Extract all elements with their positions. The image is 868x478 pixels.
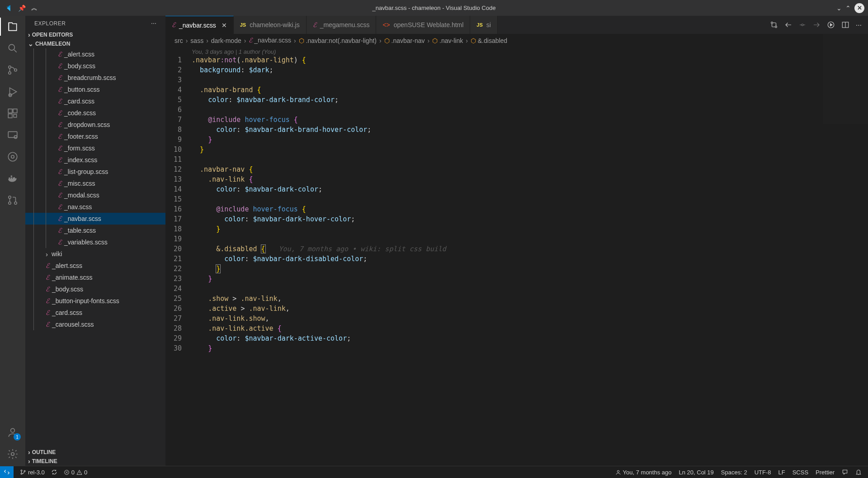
more-actions-icon[interactable]: ⋯	[856, 22, 862, 28]
file-item[interactable]: ℰ_footer.scss	[25, 131, 165, 142]
breadcrumb-item[interactable]: ⬡ .navbar-nav	[384, 37, 425, 44]
status-sync[interactable]	[51, 469, 57, 475]
file-item[interactable]: ℰ_code.scss	[25, 107, 165, 119]
file-item[interactable]: ℰ_dropdown.scss	[25, 119, 165, 131]
status-formatter[interactable]: Prettier	[816, 469, 835, 476]
scss-file-icon: ℰ	[58, 192, 61, 199]
status-indentation[interactable]: Spaces: 2	[721, 469, 747, 476]
folder-item[interactable]: ›wiki	[25, 248, 165, 260]
file-item[interactable]: ℰ_card.scss	[25, 307, 165, 319]
minimap[interactable]	[823, 34, 868, 124]
breadcrumb-item[interactable]: dark-mode	[211, 37, 241, 44]
commit-graph-icon[interactable]	[799, 21, 806, 28]
file-item[interactable]: ℰ_card.scss	[25, 95, 165, 107]
svg-point-27	[21, 470, 22, 471]
activity-docker[interactable]	[6, 172, 19, 185]
status-eol[interactable]: LF	[778, 469, 785, 476]
editor-tab[interactable]: JSchameleon-wiki.js	[234, 16, 307, 34]
close-button[interactable]: ✕	[854, 3, 864, 13]
section-open-editors[interactable]: › OPEN EDITORS	[25, 30, 165, 39]
file-item[interactable]: ℰ_carousel.scss	[25, 319, 165, 330]
file-item[interactable]: ℰ_button-input-fonts.scss	[25, 295, 165, 307]
file-tree: ℰ_alert.scssℰ_body.scssℰ_breadcrumb.scss…	[25, 48, 165, 448]
breadcrumb-item[interactable]: src	[175, 37, 183, 44]
codelens-annotation[interactable]: You, 3 days ago | 1 author (You)	[165, 48, 868, 55]
activity-search[interactable]	[6, 42, 19, 55]
file-name: _table.scss	[64, 227, 96, 234]
split-editor-icon[interactable]	[841, 21, 849, 29]
chevron-down-icon[interactable]: ⌄	[836, 5, 842, 12]
editor-tab[interactable]: ℰ_megamenu.scss	[307, 16, 377, 34]
next-change-icon[interactable]	[812, 21, 821, 29]
activity-explorer[interactable]	[6, 20, 19, 33]
status-cursor-position[interactable]: Ln 20, Col 19	[679, 469, 714, 476]
file-name: _body.scss	[64, 62, 95, 70]
editor-tab[interactable]: <>openSUSE Weblate.html	[376, 16, 470, 34]
section-project[interactable]: ⌄ CHAMELEON	[25, 39, 165, 48]
status-notifications-icon[interactable]	[855, 469, 862, 475]
chevron-up-double-icon[interactable]: ︽	[31, 4, 38, 12]
status-blame[interactable]: You, 7 months ago	[615, 469, 672, 476]
activity-remote[interactable]	[6, 129, 19, 141]
file-name: _form.scss	[64, 145, 95, 152]
breadcrumb-item[interactable]: ⬡ .nav-link	[432, 37, 463, 44]
chevron-up-icon[interactable]: ⌃	[845, 5, 851, 12]
chevron-right-icon: ›	[28, 449, 30, 456]
status-problems[interactable]: 0 0	[64, 469, 87, 476]
code-lines[interactable]: .navbar:not(.navbar-light) { background:…	[190, 55, 868, 466]
file-item[interactable]: ℰ_index.scss	[25, 154, 165, 166]
more-icon[interactable]: ⋯	[151, 20, 157, 27]
file-item[interactable]: ℰ_variables.scss	[25, 236, 165, 248]
breadcrumb-separator-icon: ›	[379, 37, 382, 44]
file-item[interactable]: ℰ_misc.scss	[25, 178, 165, 189]
file-item[interactable]: ℰ_animate.scss	[25, 272, 165, 283]
file-item[interactable]: ℰ_navbar.scss	[25, 213, 165, 225]
scss-file-icon: ℰ	[46, 297, 49, 305]
file-item[interactable]: ℰ_modal.scss	[25, 189, 165, 201]
prev-change-icon[interactable]	[784, 21, 793, 29]
file-item[interactable]: ℰ_button.scss	[25, 84, 165, 95]
breadcrumb-item[interactable]: ℰ _navbar.scss	[249, 37, 291, 44]
activity-github-pr[interactable]	[6, 194, 19, 206]
status-feedback-icon[interactable]	[842, 469, 848, 475]
section-outline[interactable]: › OUTLINE	[25, 448, 165, 457]
section-timeline[interactable]: › TIMELINE	[25, 457, 165, 466]
status-branch[interactable]: rel-3.0	[20, 469, 45, 476]
status-language[interactable]: SCSS	[793, 469, 808, 476]
file-item[interactable]: ℰ_list-group.scss	[25, 166, 165, 178]
file-item[interactable]: ℰ_breadcrumb.scss	[25, 72, 165, 84]
activity-accounts[interactable]: 1	[6, 426, 19, 439]
breadcrumb-item[interactable]: sass	[190, 37, 203, 44]
accounts-badge: 1	[14, 433, 21, 441]
status-encoding[interactable]: UTF-8	[755, 469, 771, 476]
file-item[interactable]: ℰ_nav.scss	[25, 201, 165, 213]
file-item[interactable]: ℰ_alert.scss	[25, 48, 165, 60]
file-name: _carousel.scss	[52, 321, 94, 328]
file-item[interactable]: ℰ_body.scss	[25, 283, 165, 295]
close-tab-icon[interactable]: ✕	[222, 22, 227, 29]
breadcrumbs[interactable]: src›sass›dark-mode›ℰ _navbar.scss›⬡ .nav…	[165, 34, 868, 47]
pin-icon[interactable]: 📌	[18, 5, 26, 12]
activity-extensions[interactable]	[6, 107, 19, 120]
activity-gitlens[interactable]	[6, 150, 19, 163]
gutter: 1234567891011121314151617181920212223242…	[165, 55, 190, 466]
activity-source-control[interactable]	[6, 64, 19, 76]
file-item[interactable]: ℰ_body.scss	[25, 60, 165, 72]
activity-run-debug[interactable]	[6, 85, 19, 98]
file-item[interactable]: ℰ_form.scss	[25, 142, 165, 154]
code-editor[interactable]: 1234567891011121314151617181920212223242…	[165, 55, 868, 466]
breadcrumb-item[interactable]: ⬡ &.disabled	[471, 37, 507, 44]
breadcrumb-item[interactable]: ⬡ .navbar:not(.navbar-light)	[299, 37, 377, 44]
file-name: _breadcrumb.scss	[64, 74, 116, 81]
editor-tab[interactable]: JSsi	[470, 16, 498, 34]
svg-rect-13	[9, 178, 10, 179]
run-icon[interactable]	[827, 21, 835, 29]
svg-rect-9	[8, 131, 17, 137]
editor-tab[interactable]: ℰ_navbar.scss✕	[165, 16, 234, 34]
file-item[interactable]: ℰ_table.scss	[25, 225, 165, 236]
activity-settings[interactable]	[6, 448, 19, 460]
file-item[interactable]: ℰ_alert.scss	[25, 260, 165, 272]
remote-indicator[interactable]	[0, 466, 14, 478]
compare-changes-icon[interactable]	[770, 21, 778, 29]
status-bar: rel-3.0 0 0 You, 7 months ago Ln 20, Col…	[0, 466, 868, 478]
